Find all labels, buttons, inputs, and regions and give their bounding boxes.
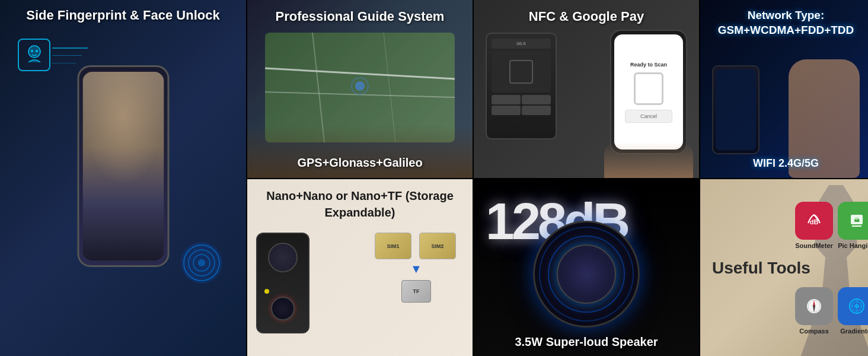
- arrow-down: ▼: [410, 262, 422, 276]
- tf-label: TF: [413, 288, 420, 294]
- svg-point-7: [31, 50, 33, 52]
- sim-title: Nano+Nano or Nano+TF (Storage Expandable…: [247, 187, 473, 221]
- tool-compass: Compass: [795, 287, 833, 335]
- sim2-label: SIM2: [431, 243, 443, 249]
- svg-point-13: [181, 242, 222, 284]
- gradienter-label: Gradienter: [840, 328, 868, 335]
- cell-speaker: 128dB 3.5W Super-loud Speaker: [474, 179, 699, 356]
- pichanging-icon: 🏔: [838, 202, 868, 240]
- cancel-text: Cancel: [625, 110, 672, 123]
- pichanging-label: Pic Hanging: [838, 242, 868, 249]
- wifi-text: WIFI 2.4G/5G: [700, 157, 868, 170]
- gradienter-icon: [838, 287, 868, 325]
- cell-network: Network Type: GSM+WCDMA+FDD+TDD: [700, 0, 868, 178]
- tool-gradienter: Gradienter: [838, 287, 868, 335]
- compass-icon: [795, 287, 833, 325]
- tool-soundmeter: dB SoundMeter: [795, 202, 833, 249]
- tool-pichanging: 🏔 Pic Hanging: [838, 202, 868, 249]
- cell-sim: Nano+Nano or Nano+TF (Storage Expandable…: [247, 179, 473, 356]
- cell-tools: Useful Tools dB SoundMeter: [700, 179, 868, 356]
- nfc-title: NFC & Google Pay: [474, 8, 699, 26]
- scan-ready-text: Ready to Scan: [630, 62, 667, 68]
- main-grid: Professional Guide System GPS+Glonass+Ga…: [0, 0, 868, 356]
- gps-subtitle: GPS+Glonass+Galileo: [247, 156, 473, 170]
- svg-point-4: [355, 81, 365, 91]
- soundmeter-label: SoundMeter: [795, 242, 833, 249]
- soundmeter-icon: dB: [795, 202, 833, 240]
- gps-title: Professional Guide System: [247, 8, 473, 26]
- svg-point-8: [36, 50, 38, 52]
- compass-label: Compass: [799, 328, 829, 335]
- fingerprint-title: Side Fingerprint & Face Unlock: [0, 7, 246, 24]
- svg-point-41: [813, 305, 815, 307]
- speaker-label: 3.5W Super-loud Speaker: [474, 335, 699, 349]
- svg-text:🏔: 🏔: [854, 217, 860, 223]
- sim1-label: SIM1: [387, 243, 399, 249]
- speaker-visual: [533, 221, 640, 328]
- tools-grid: dB SoundMeter 🏔 Pic Hanging: [795, 185, 866, 351]
- cell-nfc: NFC & Google Pay 06.6 Ready to Scan: [474, 0, 699, 178]
- cell-gps: Professional Guide System GPS+Glonass+Ga…: [247, 0, 473, 178]
- cell-fingerprint: Side Fingerprint & Face Unlock: [0, 0, 246, 356]
